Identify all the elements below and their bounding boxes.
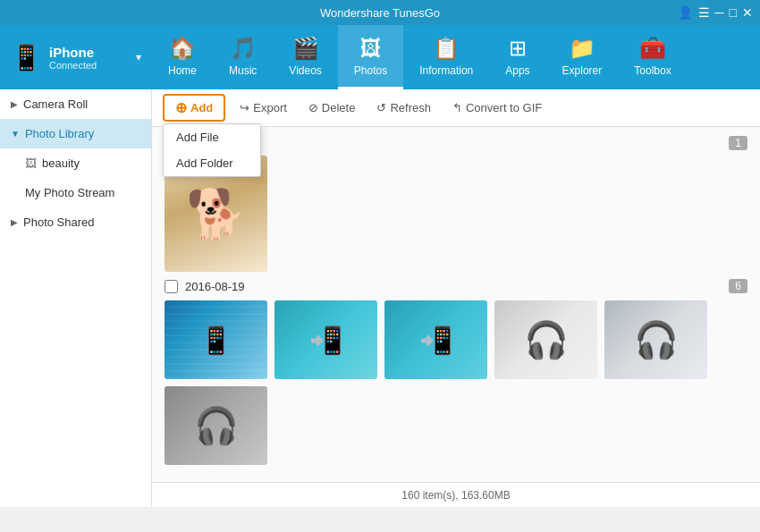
sidebar-photo-library-label: Photo Library (25, 127, 94, 140)
minimize-icon[interactable]: ─ (715, 5, 724, 20)
toolbox-icon: 🧰 (639, 36, 666, 61)
headphones1-thumb[interactable] (494, 300, 597, 379)
delete-label: Delete (322, 101, 356, 114)
section-2016-row1 (165, 300, 747, 379)
tab-explorer[interactable]: 📁 Explorer (546, 25, 619, 89)
tab-photos[interactable]: 🖼 Photos (338, 25, 403, 89)
content-area: ⊕ Add Add File Add Folder ↪ Export ⊘ Del… (152, 89, 760, 507)
convert-gif-button[interactable]: ↰ Convert to GIF (445, 97, 549, 118)
maximize-icon[interactable]: □ (730, 5, 737, 20)
delete-icon: ⊘ (308, 101, 318, 114)
section-2016-checkbox[interactable] (165, 280, 178, 293)
explorer-icon: 📁 (569, 36, 595, 61)
tab-toolbox[interactable]: 🧰 Toolbox (618, 25, 687, 89)
apps-icon: ⊞ (509, 36, 527, 61)
convert-gif-label: Convert to GIF (466, 101, 542, 114)
sidebar-my-photo-stream-label: My Photo Stream (25, 186, 114, 199)
videos-icon: 🎬 (292, 36, 319, 61)
add-file-item[interactable]: Add File (164, 124, 260, 150)
tab-music[interactable]: 🎵 Music (213, 25, 273, 89)
device-icon: 📱 (11, 43, 42, 72)
section-dog-count-badge: 1 (729, 136, 747, 150)
window-controls: 👤 ☰ ─ □ ✕ (678, 5, 753, 20)
sidebar-camera-roll-label: Camera Roll (23, 97, 88, 111)
add-file-label: Add File (176, 131, 219, 144)
title-bar: Wondershare TunesGo 👤 ☰ ─ □ ✕ (0, 0, 760, 25)
screenshot1-thumb[interactable] (165, 300, 267, 379)
refresh-icon: ↺ (376, 101, 386, 114)
sidebar-item-photo-shared[interactable]: ▶ Photo Shared (0, 207, 151, 237)
photos-icon: 🖼 (360, 36, 382, 61)
add-folder-item[interactable]: Add Folder (164, 150, 260, 176)
refresh-label: Refresh (390, 101, 431, 114)
toolbar: ⊕ Add Add File Add Folder ↪ Export ⊘ Del… (152, 89, 760, 127)
camera-roll-arrow-icon: ▶ (11, 99, 18, 109)
photo-shared-arrow-icon: ▶ (11, 217, 18, 227)
export-button[interactable]: ↪ Export (232, 97, 294, 118)
headphones3-thumb[interactable] (165, 386, 267, 465)
tab-information-label: Information (419, 64, 473, 77)
add-folder-label: Add Folder (176, 156, 233, 170)
sidebar-item-photo-library[interactable]: ▼ Photo Library (0, 119, 151, 148)
sidebar-item-my-photo-stream[interactable]: My Photo Stream (0, 178, 151, 207)
sidebar-beauty-label: beauity (42, 156, 80, 170)
close-icon[interactable]: ✕ (742, 5, 753, 20)
device-status: Connected (49, 60, 129, 71)
information-icon: 📋 (433, 36, 460, 61)
tab-apps[interactable]: ⊞ Apps (489, 25, 545, 89)
delete-button[interactable]: ⊘ Delete (301, 97, 363, 118)
tab-home-label: Home (168, 64, 197, 77)
tab-explorer-label: Explorer (562, 64, 603, 77)
main-layout: ▶ Camera Roll ▼ Photo Library 🖼 beauity … (0, 89, 760, 507)
add-dropdown-menu: Add File Add Folder (163, 123, 261, 177)
status-text: 160 item(s), 163.60MB (401, 489, 510, 502)
tab-home[interactable]: 🏠 Home (152, 25, 213, 89)
refresh-button[interactable]: ↺ Refresh (369, 97, 438, 118)
device-info: 📱 iPhone Connected ▾ (0, 43, 152, 72)
beauty-photo-icon: 🖼 (25, 156, 37, 170)
device-arrow-icon[interactable]: ▾ (136, 51, 141, 63)
section-2016-date: 2016-08-19 (185, 280, 245, 293)
tab-information[interactable]: 📋 Information (403, 25, 489, 89)
tab-photos-label: Photos (354, 64, 387, 77)
photo-library-arrow-icon: ▼ (11, 129, 20, 139)
export-label: Export (253, 101, 287, 114)
menu-icon[interactable]: ☰ (698, 5, 710, 20)
screenshot3-thumb[interactable] (384, 300, 487, 379)
section-2016-row2 (165, 386, 747, 465)
convert-gif-icon: ↰ (452, 101, 462, 114)
music-icon: 🎵 (230, 36, 257, 61)
nav-bar: 📱 iPhone Connected ▾ 🏠 Home 🎵 Music 🎬 Vi… (0, 25, 760, 89)
sidebar-item-beauty[interactable]: 🖼 beauity (0, 148, 151, 178)
nav-tabs: 🏠 Home 🎵 Music 🎬 Videos 🖼 Photos 📋 Infor… (152, 25, 760, 89)
home-icon: 🏠 (169, 36, 196, 61)
tab-music-label: Music (229, 64, 257, 77)
photo-grid-area: 1 2016-08-19 6 (152, 127, 760, 482)
sidebar: ▶ Camera Roll ▼ Photo Library 🖼 beauity … (0, 89, 152, 507)
section-2016-count-badge: 6 (729, 279, 747, 293)
section-2016-header: 2016-08-19 6 (165, 279, 747, 293)
user-icon[interactable]: 👤 (678, 5, 693, 20)
headphones2-thumb[interactable] (604, 300, 707, 379)
section-2016: 2016-08-19 6 (165, 279, 747, 465)
app-title: Wondershare TunesGo (320, 6, 440, 20)
sidebar-photo-shared-label: Photo Shared (23, 215, 95, 229)
add-button[interactable]: ⊕ Add (163, 94, 225, 122)
tab-videos-label: Videos (289, 64, 321, 77)
add-plus-icon: ⊕ (175, 99, 187, 116)
tab-toolbox-label: Toolbox (634, 64, 671, 77)
device-name: iPhone (49, 45, 129, 60)
sidebar-item-camera-roll[interactable]: ▶ Camera Roll (0, 89, 151, 119)
add-label: Add (190, 101, 213, 114)
tab-apps-label: Apps (505, 64, 529, 77)
screenshot2-thumb[interactable] (274, 300, 377, 379)
tab-videos[interactable]: 🎬 Videos (273, 25, 337, 89)
status-bar: 160 item(s), 163.60MB (152, 482, 760, 507)
export-icon: ↪ (240, 101, 249, 114)
